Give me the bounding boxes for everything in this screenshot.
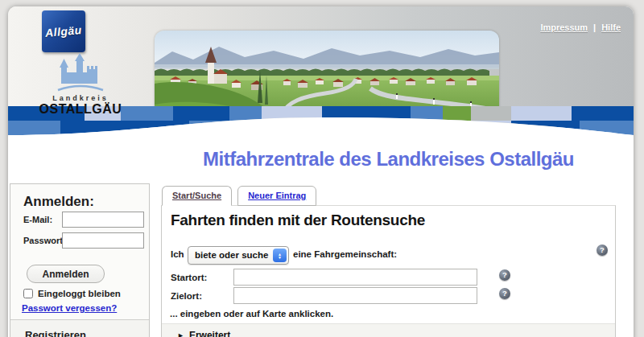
- forgot-password-link[interactable]: Passwort vergessen?: [22, 303, 117, 313]
- search-panel: Fahrten finden mit der Routensuche Ich b…: [161, 205, 616, 337]
- zielort-label: Zielort:: [171, 291, 202, 301]
- header-nav: Impressum|Hilfe: [540, 23, 621, 32]
- login-sidebar: Anmelden: E-Mail: Passwort: Anmelden Ein…: [10, 183, 150, 337]
- password-label: Passwort:: [23, 236, 66, 245]
- tab-start-suche-label[interactable]: Start/Suche: [172, 191, 221, 200]
- hilfe-link[interactable]: Hilfe: [601, 23, 621, 32]
- castle-icon: [55, 53, 106, 93]
- impressum-link[interactable]: Impressum: [540, 23, 588, 32]
- landkreis-ostallgaeu-logo[interactable]: Landkreis OSTALLGÄU: [31, 53, 130, 117]
- startort-label: Startort:: [171, 273, 207, 282]
- remember-me-label: Eingeloggt bleiben: [38, 289, 121, 298]
- register-heading: Registrieren: [25, 329, 86, 337]
- email-label: E-Mail:: [23, 215, 52, 224]
- startort-input[interactable]: [233, 269, 477, 286]
- help-icon-zielort[interactable]: ?: [499, 288, 510, 299]
- ich-label: Ich: [171, 249, 184, 259]
- help-icon-startort[interactable]: ?: [499, 269, 510, 281]
- login-button[interactable]: Anmelden: [27, 265, 105, 283]
- erweitert-toggle[interactable]: ►Erweitert: [177, 330, 230, 337]
- select-value: biete oder suche: [195, 250, 268, 260]
- allgaeu-logo-text: Allgäu: [44, 23, 82, 39]
- biete-suche-select[interactable]: biete oder suche ▲ ▼: [188, 246, 289, 265]
- allgaeu-logo[interactable]: Allgäu: [42, 10, 85, 52]
- page-title: Mitfahrzentrale des Landkreises Ostallgä…: [161, 148, 616, 171]
- erweitert-band: ►Erweitert: [162, 323, 615, 337]
- zielort-input[interactable]: [233, 287, 477, 304]
- disclosure-triangle-icon: ►: [177, 331, 184, 337]
- landkreis-logo-line1: Landkreis: [31, 94, 130, 102]
- login-heading: Anmelden:: [23, 194, 94, 210]
- chevron-updown-icon: ▲ ▼: [273, 249, 287, 262]
- fahrgemeinschaft-label: eine Fahrgemeinschaft:: [293, 249, 397, 259]
- tab-start-suche[interactable]: Start/Suche: [162, 186, 232, 206]
- tab-neuer-eintrag[interactable]: Neuer Eintrag: [237, 186, 316, 206]
- password-field[interactable]: [62, 232, 144, 249]
- remember-me-row: Eingeloggt bleiben: [23, 289, 121, 298]
- page: { "header": { "allgaeu_logo": "Allgäu", …: [0, 0, 644, 337]
- main-content: Start/Suche Neuer Eintrag Fahrten finden…: [161, 186, 616, 337]
- map-hint-text: ... eingeben oder auf Karte anklicken.: [170, 309, 333, 319]
- tab-bar: Start/Suche Neuer Eintrag: [161, 186, 616, 205]
- page-card: Allgäu Landkreis OSTALLGÄU Impressum|Hil…: [8, 6, 634, 337]
- erweitert-label: Erweitert: [189, 330, 230, 337]
- remember-me-checkbox[interactable]: [23, 289, 33, 298]
- stepper-down-glyph: ▼: [278, 256, 282, 259]
- landkreis-logo-line2: OSTALLGÄU: [31, 102, 130, 117]
- tab-neuer-eintrag-label[interactable]: Neuer Eintrag: [248, 191, 306, 200]
- nav-separator: |: [593, 23, 596, 32]
- register-section[interactable]: Registrieren: [10, 319, 149, 337]
- email-field[interactable]: [62, 212, 144, 228]
- panel-heading: Fahrten finden mit der Routensuche: [171, 212, 425, 229]
- help-icon-fahrgemeinschaft[interactable]: ?: [597, 245, 608, 256]
